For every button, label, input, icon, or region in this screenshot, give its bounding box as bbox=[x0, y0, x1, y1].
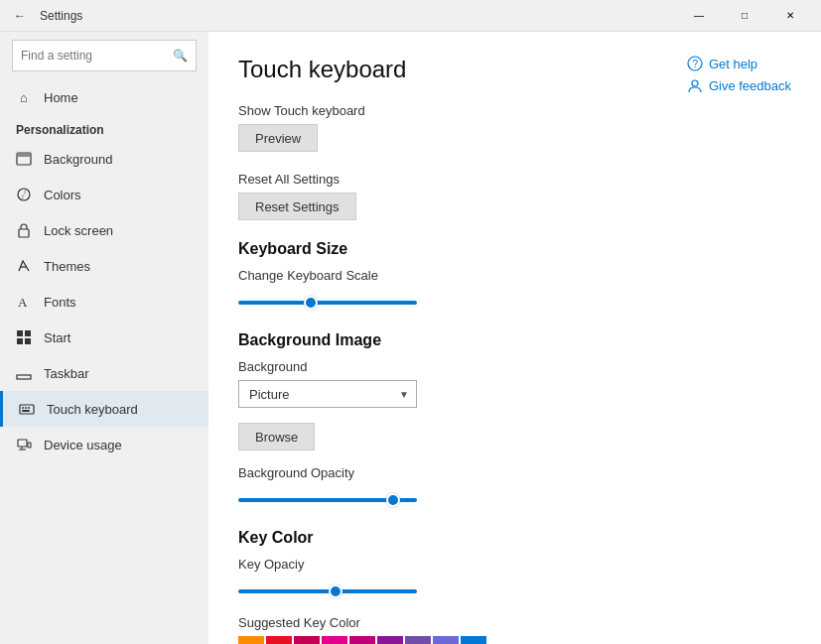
browse-button[interactable]: Browse bbox=[238, 423, 315, 451]
sidebar-item-taskbar[interactable]: Taskbar bbox=[0, 355, 208, 391]
color-swatch-pink[interactable] bbox=[322, 636, 347, 644]
fonts-icon: A bbox=[16, 294, 32, 310]
reset-all-settings-section: Reset All Settings Reset Settings bbox=[238, 172, 791, 220]
svg-point-22 bbox=[692, 80, 698, 86]
themes-icon bbox=[16, 258, 32, 274]
change-keyboard-scale-label: Change Keyboard Scale bbox=[238, 268, 791, 283]
background-select-wrapper: Picture None Color ▼ bbox=[238, 380, 417, 408]
search-icon: 🔍 bbox=[173, 49, 188, 63]
main-content: Touch keyboard ? Get help Give feedback … bbox=[208, 32, 821, 644]
sidebar-item-colors[interactable]: Colors bbox=[0, 177, 208, 212]
taskbar-icon bbox=[16, 365, 32, 381]
color-swatch-purple[interactable] bbox=[405, 636, 431, 644]
color-swatch-magenta[interactable] bbox=[349, 636, 375, 644]
search-input[interactable] bbox=[21, 49, 173, 63]
background-label: Background bbox=[238, 359, 791, 374]
color-swatch-crimson[interactable] bbox=[294, 636, 320, 644]
back-button[interactable]: ← bbox=[8, 4, 32, 28]
maximize-button[interactable]: □ bbox=[722, 0, 767, 32]
color-grid bbox=[238, 636, 791, 644]
sidebar-item-label: Themes bbox=[44, 259, 90, 274]
background-opacity-slider[interactable] bbox=[238, 498, 417, 502]
feedback-icon bbox=[687, 77, 703, 93]
colors-icon bbox=[16, 187, 32, 202]
sidebar-item-start[interactable]: Start bbox=[0, 320, 208, 355]
svg-rect-9 bbox=[25, 338, 31, 344]
show-touch-keyboard-label: Show Touch keyboard bbox=[238, 103, 791, 118]
get-help-label: Get help bbox=[709, 57, 757, 71]
color-swatch-purple-dark[interactable] bbox=[377, 636, 403, 644]
key-opacity-label: Key Opaciy bbox=[238, 557, 791, 572]
background-image-heading: Background Image bbox=[238, 331, 791, 349]
svg-rect-16 bbox=[18, 440, 27, 447]
color-swatch-red[interactable] bbox=[266, 636, 292, 644]
show-touch-keyboard-section: Show Touch keyboard Preview bbox=[238, 103, 791, 152]
color-swatch-periwinkle[interactable] bbox=[433, 636, 459, 644]
background-opacity-slider-container bbox=[238, 486, 791, 509]
key-opacity-slider[interactable] bbox=[238, 589, 417, 593]
sidebar-item-touchkeyboard[interactable]: Touch keyboard bbox=[0, 391, 208, 427]
sidebar-item-deviceusage[interactable]: Device usage bbox=[0, 427, 208, 462]
keyboard-size-section: Keyboard Size Change Keyboard Scale bbox=[238, 240, 791, 312]
svg-rect-19 bbox=[28, 443, 31, 448]
reset-all-settings-label: Reset All Settings bbox=[238, 172, 791, 187]
lockscreen-icon bbox=[16, 222, 32, 238]
deviceusage-icon bbox=[16, 437, 32, 452]
suggested-key-color-label: Suggested Key Color bbox=[238, 615, 791, 630]
sidebar-item-label: Home bbox=[44, 90, 78, 105]
key-opacity-slider-container bbox=[238, 578, 791, 600]
svg-text:A: A bbox=[18, 295, 28, 310]
sidebar-item-themes[interactable]: Themes bbox=[0, 248, 208, 284]
start-icon bbox=[16, 329, 32, 345]
sidebar-item-label: Lock screen bbox=[44, 223, 113, 238]
svg-rect-10 bbox=[17, 375, 31, 379]
app-body: 🔍 ⌂ Home Personalization Background Colo… bbox=[0, 32, 821, 644]
help-links: ? Get help Give feedback bbox=[687, 56, 791, 93]
sidebar-search-container[interactable]: 🔍 bbox=[12, 40, 197, 71]
svg-text:?: ? bbox=[692, 59, 698, 69]
touchkeyboard-icon bbox=[19, 401, 35, 417]
key-color-heading: Key Color bbox=[238, 529, 791, 547]
sidebar-item-home[interactable]: ⌂ Home bbox=[0, 79, 208, 115]
home-icon: ⌂ bbox=[16, 89, 32, 105]
background-select[interactable]: Picture None Color bbox=[238, 380, 417, 408]
sidebar-item-lockscreen[interactable]: Lock screen bbox=[0, 212, 208, 248]
sidebar-item-label: Fonts bbox=[44, 295, 76, 310]
sidebar-section-label: Personalization bbox=[0, 115, 208, 141]
sidebar-item-background[interactable]: Background bbox=[0, 141, 208, 177]
reset-settings-button[interactable]: Reset Settings bbox=[238, 193, 356, 220]
close-button[interactable]: ✕ bbox=[767, 0, 813, 32]
key-color-section: Key Color Key Opaciy Suggested Key Color bbox=[238, 529, 791, 644]
preview-button[interactable]: Preview bbox=[238, 124, 318, 152]
svg-rect-8 bbox=[17, 338, 23, 344]
keyboard-size-heading: Keyboard Size bbox=[238, 240, 791, 258]
svg-rect-7 bbox=[25, 330, 31, 336]
sidebar-item-label: Taskbar bbox=[44, 366, 89, 381]
sidebar-item-label: Start bbox=[44, 330, 70, 345]
question-icon: ? bbox=[687, 56, 703, 71]
svg-rect-11 bbox=[20, 405, 34, 414]
minimize-button[interactable]: — bbox=[676, 0, 722, 32]
sidebar-item-label: Device usage bbox=[44, 438, 122, 452]
give-feedback-label: Give feedback bbox=[709, 78, 791, 93]
get-help-link[interactable]: ? Get help bbox=[687, 56, 791, 71]
give-feedback-link[interactable]: Give feedback bbox=[687, 77, 791, 93]
background-icon bbox=[16, 151, 32, 167]
window-controls: — □ ✕ bbox=[676, 0, 813, 32]
sidebar-item-label: Background bbox=[44, 152, 112, 167]
svg-rect-3 bbox=[19, 229, 29, 237]
svg-rect-6 bbox=[17, 330, 23, 336]
title-bar: ← Settings — □ ✕ bbox=[0, 0, 821, 32]
keyboard-size-slider-container bbox=[238, 289, 791, 312]
sidebar-item-label: Touch keyboard bbox=[47, 402, 138, 417]
app-title: Settings bbox=[40, 9, 82, 23]
sidebar-item-fonts[interactable]: A Fonts bbox=[0, 284, 208, 320]
background-opacity-label: Background Opacity bbox=[238, 465, 791, 480]
svg-rect-1 bbox=[17, 153, 31, 157]
keyboard-size-slider[interactable] bbox=[238, 301, 417, 305]
sidebar-item-label: Colors bbox=[44, 188, 81, 202]
sidebar: 🔍 ⌂ Home Personalization Background Colo… bbox=[0, 32, 208, 644]
color-swatch-blue[interactable] bbox=[461, 636, 486, 644]
background-image-section: Background Image Background Picture None… bbox=[238, 331, 791, 509]
color-swatch-orange[interactable] bbox=[238, 636, 264, 644]
